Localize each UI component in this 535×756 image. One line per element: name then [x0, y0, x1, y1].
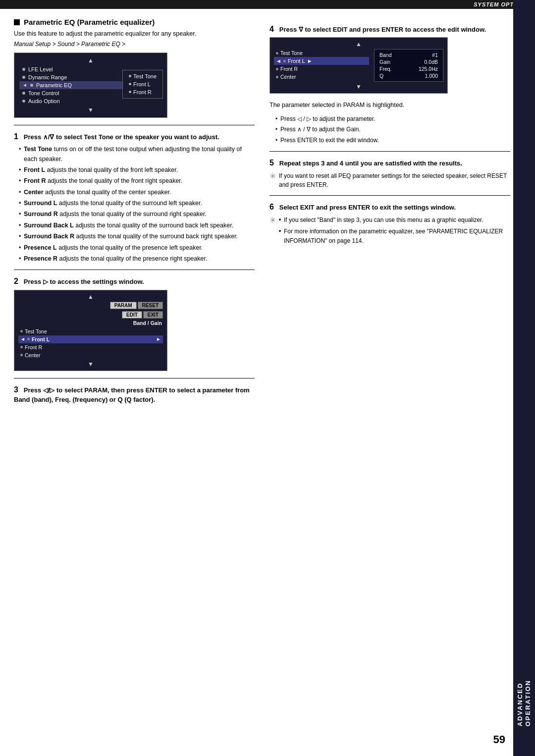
step-1-heading: 1 Press ∧/∇ to select Test Tone or the s… [14, 131, 255, 142]
step-5-note: ✳ If you want to reset all PEQ parameter… [269, 171, 510, 189]
step-5-heading: 5 Repeat steps 3 and 4 until you are sat… [269, 158, 510, 168]
menu-screenshot-1: ▲ LFE Level Dynamic Range ◄ Parametric E… [14, 53, 167, 118]
dot-icon [22, 68, 25, 71]
step-6-number: 6 [269, 203, 274, 211]
sub-menu: Test Tone Front L Front R [122, 70, 163, 99]
s6-bullet-2: • For more information on the parametric… [279, 227, 510, 245]
step-5-number: 5 [269, 159, 274, 167]
s4-bullet-3: Press ENTER to exit the edit window. [275, 136, 510, 145]
s3-row-center: Center [274, 73, 369, 81]
step-2-heading: 2 Press ▷ to access the settings window. [14, 276, 255, 287]
exit-btn[interactable]: EXIT [143, 311, 163, 319]
edit-btn[interactable]: EDIT [122, 311, 142, 319]
dot-icon [276, 52, 278, 54]
step-3-number: 3 [14, 385, 18, 394]
dot-icon [20, 354, 23, 356]
freq-val: 125.0Hz [419, 66, 438, 72]
dot-icon [276, 68, 278, 70]
dot-icon [20, 330, 23, 332]
step-6: 6 Select EXIT and press ENTER to exit th… [269, 202, 510, 247]
step-4-heading: 4 Press ∇ to select EDIT and press ENTER… [269, 24, 510, 35]
rp-gain: Gain 0.0dB [379, 58, 438, 65]
divider-2 [14, 270, 255, 270]
bullet-frontl: Front L adjusts the tonal quality of the… [19, 165, 255, 175]
s3-row-testtone: Test Tone [274, 49, 369, 57]
sub-item-testtone: Test Tone [127, 72, 159, 80]
step-3-heading: 3 Press ◁/▷ to select PARAM, then press … [14, 384, 255, 405]
bullet-presencer: Presence R adjusts the tonal quality of … [19, 254, 255, 264]
section-title: Parametric EQ (Parametric equalizer) [14, 18, 255, 26]
btn-group: PARAM RESET [110, 302, 163, 309]
bullet-presencel: Presence L adjusts the tonal quality of … [19, 243, 255, 253]
reset-btn[interactable]: RESET [138, 302, 163, 309]
main-content: Parametric EQ (Parametric equalizer) Use… [0, 9, 535, 417]
s3-top: Test Tone ◄ Front L ► Front R [274, 49, 443, 82]
sidebar-text: ADVANCED OPERATION [516, 680, 532, 726]
step-4-param-note: The parameter selected in PARAM is highl… [269, 101, 510, 110]
note-icon: ✳ [269, 171, 276, 181]
dot-icon [276, 76, 278, 78]
bullet-frontr: Front R adjusts the tonal quality of the… [19, 176, 255, 186]
divider-3 [14, 378, 255, 378]
left-column: Parametric EQ (Parametric equalizer) Use… [14, 18, 255, 407]
s6-bullet-1: • If you select "Band" in step 3, you ca… [279, 216, 510, 225]
s2-top-bar: PARAM RESET [18, 302, 163, 309]
band-gain-label: Band / Gain [18, 320, 163, 326]
screen2: ▲ PARAM RESET EDIT EXIT B [14, 290, 167, 371]
btn-group-2: EDIT EXIT [122, 311, 163, 319]
bullet-surroundr: Surround R adjusts the tonal quality of … [19, 210, 255, 219]
bullet-center: Center adjusts the tonal quality of the … [19, 188, 255, 197]
arrow-left-icon: ◄ [276, 58, 281, 64]
page-wrapper: SYSTEM OPTIONS Parametric EQ (Parametric… [0, 0, 535, 756]
s3-right-panel: Band #1 Gain 0.0dB Freq. 125.0Hz [374, 49, 443, 82]
menu-arrow-bottom: ▼ [19, 107, 162, 113]
s3-arrow-top: ▲ [274, 41, 443, 48]
edit-exit-row: EDIT EXIT [18, 311, 163, 319]
s4-bullet-2: Press ∧ / ∇ to adjust the Gain. [275, 125, 510, 134]
dot-icon [129, 91, 131, 93]
step-3: 3 Press ◁/▷ to select PARAM, then press … [14, 384, 255, 405]
top-bar: SYSTEM OPTIONS [0, 0, 535, 9]
menu-arrow-top: ▲ [19, 57, 162, 64]
dot-icon [27, 338, 30, 340]
step-6-notes: ✳ • If you select "Band" in step 3, you … [269, 216, 510, 247]
dot-icon [129, 83, 131, 85]
arrow-right-icon: ► [156, 336, 161, 342]
sub-item-frontr: Front R [127, 88, 159, 96]
right-column: 4 Press ∇ to select EDIT and press ENTER… [269, 18, 510, 407]
rp-band: Band #1 [379, 52, 438, 58]
step-6-heading: 6 Select EXIT and press ENTER to exit th… [269, 202, 510, 213]
rp-q: Q 1.000 [379, 72, 438, 79]
arrow-left-icon: ◄ [20, 336, 25, 342]
divider-4 [269, 151, 510, 152]
s2-row-center: Center [18, 351, 163, 359]
step-6-bullets: • If you select "Band" in step 3, you ca… [279, 216, 510, 247]
sidebar-line1: ADVANCED [516, 682, 524, 726]
screen3: ▲ Test Tone ◄ Front L ► [269, 37, 448, 94]
gain-val: 0.0dB [425, 59, 438, 65]
s2-arrow-bottom: ▼ [18, 361, 163, 368]
step-1-number: 1 [14, 132, 18, 141]
arrow-left-icon: ◄ [22, 82, 27, 88]
dot-icon [30, 84, 33, 87]
step-4: 4 Press ∇ to select EDIT and press ENTER… [269, 24, 510, 145]
divider-5 [269, 195, 510, 196]
step-2-number: 2 [14, 277, 18, 285]
step-4-bullets: Press ◁ / ▷ to adjust the parameter. Pre… [269, 114, 510, 145]
step-1-bullets: Test Tone turns on or off the test tone … [14, 145, 255, 264]
s2-arrow-top: ▲ [18, 293, 163, 300]
param-btn[interactable]: PARAM [110, 302, 137, 309]
dot-icon [20, 346, 23, 348]
s2-row-testtone: Test Tone [18, 327, 163, 335]
s3-arrow-bottom: ▼ [274, 83, 443, 90]
q-val: 1.000 [425, 73, 438, 79]
s3-row-frontr: Front R [274, 65, 369, 73]
bullet-surroundbackl: Surround Back L adjusts the tonal qualit… [19, 221, 255, 230]
arrow-right-icon: ► [307, 58, 313, 64]
right-sidebar: ADVANCED OPERATION [513, 0, 535, 756]
dot-icon [22, 76, 25, 79]
s3-row-frontl: ◄ Front L ► [274, 57, 369, 65]
dot-icon [22, 92, 25, 95]
intro-text: Use this feature to adjust the parametri… [14, 29, 255, 39]
page-number: 59 [493, 733, 505, 746]
